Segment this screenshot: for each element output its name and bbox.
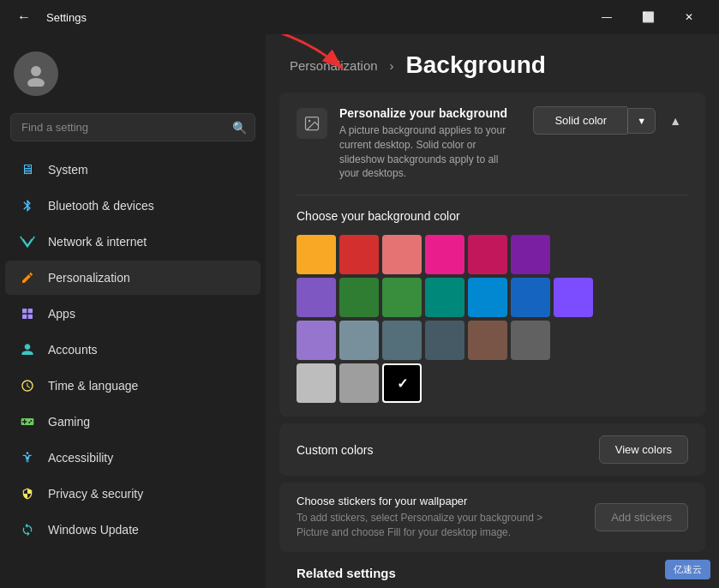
color-swatch-darkerslate[interactable] [425, 321, 464, 360]
stickers-description: To add stickers, select Personalize your… [297, 511, 571, 540]
sidebar-item-accessibility[interactable]: Accessibility [5, 441, 261, 475]
svg-point-1 [27, 78, 45, 87]
content-area: Personalization › Background Personalize… [266, 34, 719, 588]
color-swatch-steel[interactable] [339, 321, 379, 360]
breadcrumb-separator: › [390, 58, 394, 73]
sidebar-label-privacy: Privacy & security [48, 487, 143, 501]
svg-rect-5 [28, 315, 33, 319]
color-swatch-lightred[interactable] [382, 235, 422, 274]
dropdown-button[interactable]: Solid color [533, 106, 627, 135]
color-swatch-darkgreen[interactable] [339, 278, 379, 317]
page-title: Background [406, 51, 546, 79]
svg-point-0 [31, 66, 41, 76]
color-row-3 [297, 321, 688, 360]
color-picker-section: Choose your background color [279, 195, 705, 417]
minimize-button[interactable]: — [587, 3, 626, 31]
accounts-icon [19, 341, 36, 358]
watermark: 亿速云 [665, 560, 710, 579]
collapse-button[interactable]: ▲ [662, 111, 688, 131]
update-icon [19, 521, 36, 538]
background-icon [297, 108, 327, 139]
search-icon: 🔍 [232, 121, 247, 135]
sidebar-item-update[interactable]: Windows Update [5, 513, 261, 547]
color-swatch-black[interactable] [382, 363, 422, 403]
color-swatch-pink[interactable] [468, 235, 507, 274]
svg-rect-4 [22, 315, 27, 319]
color-swatch-indigo[interactable] [554, 278, 593, 317]
view-colors-button[interactable]: View colors [599, 435, 688, 464]
color-swatch-gray[interactable] [339, 363, 379, 403]
color-row-1 [297, 235, 688, 274]
sidebar-item-privacy[interactable]: Privacy & security [5, 477, 261, 511]
add-stickers-button[interactable]: Add stickers [595, 503, 688, 531]
content-body: Personalize your background A picture ba… [266, 93, 719, 588]
avatar [14, 51, 58, 96]
related-settings-title: Related settings [297, 566, 396, 580]
sidebar-item-accounts[interactable]: Accounts [5, 333, 261, 367]
sidebar-label-time: Time & language [48, 379, 138, 393]
back-button[interactable]: ← [10, 3, 38, 31]
sidebar-item-apps[interactable]: Apps [5, 297, 261, 331]
breadcrumb: Personalization [290, 58, 378, 73]
color-swatch-medgray[interactable] [297, 321, 336, 360]
sidebar-label-system: System [48, 163, 88, 177]
sidebar-label-accessibility: Accessibility [48, 451, 113, 465]
color-swatch-hotpink[interactable] [425, 235, 464, 274]
sidebar-label-personalization: Personalization [48, 271, 130, 285]
sidebar-user [0, 41, 266, 113]
close-button[interactable]: ✕ [669, 3, 709, 31]
title-bar: ← Settings — ⬜ ✕ [0, 0, 719, 34]
personalize-left: Personalize your background A picture ba… [297, 106, 519, 181]
personalize-text: Personalize your background A picture ba… [339, 106, 519, 181]
main-layout: 🔍 🖥 System Bluetooth & devices Network &… [0, 34, 719, 588]
personalize-description: A picture background applies to your cur… [339, 123, 519, 181]
personalize-heading: Personalize your background [339, 106, 519, 120]
sidebar-label-network: Network & internet [48, 235, 147, 249]
background-card: Personalize your background A picture ba… [279, 93, 705, 417]
color-swatch-orange[interactable] [297, 235, 336, 274]
search-box: 🔍 [10, 113, 255, 141]
sidebar-label-gaming: Gaming [48, 415, 90, 429]
search-input[interactable] [10, 113, 255, 141]
color-picker-title: Choose your background color [297, 209, 688, 223]
personalize-controls: Solid color ▼ ▲ [533, 106, 688, 135]
color-swatch-green[interactable] [382, 278, 422, 317]
maximize-button[interactable]: ⬜ [628, 3, 668, 31]
gaming-icon [19, 413, 36, 430]
color-swatch-brown[interactable] [468, 321, 507, 360]
color-swatch-mediumpurple[interactable] [297, 278, 336, 317]
color-swatch-red[interactable] [339, 235, 379, 274]
dropdown-arrow[interactable]: ▼ [627, 108, 656, 134]
color-swatch-darkbrown[interactable] [511, 321, 550, 360]
color-grid [297, 235, 688, 403]
sidebar-label-apps: Apps [48, 307, 75, 321]
stickers-section: Choose stickers for your wallpaper To ad… [279, 483, 705, 552]
time-icon [19, 377, 36, 394]
sidebar-label-update: Windows Update [48, 523, 139, 537]
privacy-icon [19, 485, 36, 502]
svg-point-9 [309, 120, 311, 123]
custom-colors-section: Custom colors View colors [279, 423, 705, 476]
title-bar-controls: — ⬜ ✕ [587, 3, 709, 31]
sidebar-item-network[interactable]: Network & internet [5, 225, 261, 259]
color-swatch-darksteel[interactable] [382, 321, 422, 360]
color-swatch-teal[interactable] [425, 278, 464, 317]
sidebar-item-time[interactable]: Time & language [5, 369, 261, 403]
sidebar-item-bluetooth[interactable]: Bluetooth & devices [5, 189, 261, 223]
color-swatch-purple[interactable] [511, 235, 550, 274]
sidebar-label-accounts: Accounts [48, 343, 98, 357]
sidebar-item-personalization[interactable]: Personalization [5, 261, 261, 295]
related-settings-header: Related settings [279, 559, 705, 587]
color-swatch-lightgray[interactable] [297, 363, 336, 403]
title-bar-left: ← Settings [10, 3, 87, 31]
bluetooth-icon [19, 197, 36, 214]
personalization-icon [19, 269, 36, 286]
color-swatch-lightblue[interactable] [468, 278, 507, 317]
color-row-4 [297, 363, 688, 403]
svg-point-6 [27, 452, 29, 454]
sidebar-item-gaming[interactable]: Gaming [5, 405, 261, 439]
color-swatch-darkblue[interactable] [511, 278, 550, 317]
sidebar: 🔍 🖥 System Bluetooth & devices Network &… [0, 34, 266, 588]
svg-rect-3 [28, 309, 33, 313]
sidebar-item-system[interactable]: 🖥 System [5, 153, 261, 187]
